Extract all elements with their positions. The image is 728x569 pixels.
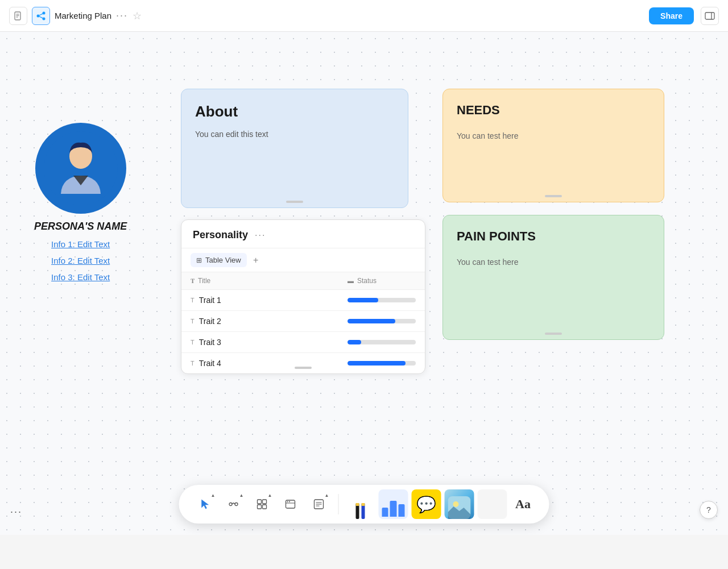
persona-name: PERSONA'S NAME bbox=[34, 221, 127, 232]
text-tool-btn[interactable]: Aa bbox=[511, 492, 536, 517]
row-icon-3: T bbox=[191, 339, 195, 346]
personality-header: Personality ··· bbox=[181, 220, 425, 248]
personality-more-btn[interactable]: ··· bbox=[255, 230, 266, 240]
svg-rect-17 bbox=[258, 505, 262, 509]
select-caret: ▲ bbox=[211, 493, 216, 498]
table-row: T Trait 2 bbox=[181, 311, 425, 332]
svg-point-4 bbox=[37, 14, 40, 17]
row-icon-2: T bbox=[191, 318, 195, 325]
table-row: T Trait 3 bbox=[181, 332, 425, 353]
pain-points-card: PAIN POINTS You can test here bbox=[442, 215, 664, 340]
progress-bg-1 bbox=[348, 298, 416, 302]
notes-tool-btn[interactable]: ▲ bbox=[307, 492, 332, 517]
row-status-1 bbox=[348, 298, 416, 302]
about-card: About You can edit this text bbox=[181, 89, 408, 208]
svg-point-13 bbox=[229, 503, 232, 506]
about-text[interactable]: You can edit this text bbox=[195, 130, 394, 139]
add-tab-btn[interactable]: + bbox=[249, 254, 263, 267]
table-header: 𝐓 Title ▬ Status bbox=[181, 272, 425, 290]
svg-point-14 bbox=[235, 503, 238, 506]
persona-avatar bbox=[35, 123, 126, 214]
needs-title: NEEDS bbox=[457, 103, 650, 118]
svg-point-21 bbox=[287, 501, 288, 502]
svg-line-7 bbox=[39, 14, 43, 15]
image-media-btn[interactable] bbox=[445, 489, 474, 519]
row-title-3: T Trait 3 bbox=[191, 338, 348, 347]
col-status-header: ▬ Status bbox=[348, 277, 416, 285]
grid-media-btn[interactable] bbox=[478, 489, 507, 519]
title-col-label: Title bbox=[198, 277, 210, 285]
row-title-1: T Trait 1 bbox=[191, 296, 348, 305]
row-label-4: Trait 4 bbox=[199, 359, 221, 368]
pain-resize-handle[interactable] bbox=[545, 333, 562, 335]
pencil-media-btn[interactable] bbox=[346, 489, 375, 519]
share-button[interactable]: Share bbox=[649, 7, 694, 24]
about-title: About bbox=[195, 103, 394, 121]
progress-fill-1 bbox=[348, 298, 378, 302]
favorite-btn[interactable]: ☆ bbox=[133, 10, 142, 22]
row-status-4 bbox=[348, 361, 416, 366]
sidebar-toggle-btn[interactable] bbox=[701, 7, 719, 25]
header: Marketing Plan ··· ☆ Share bbox=[0, 0, 728, 32]
persona-info3[interactable]: Info 3: Edit Text bbox=[51, 272, 110, 282]
doc-icon-btn[interactable] bbox=[9, 7, 27, 25]
persona-info1[interactable]: Info 1: Edit Text bbox=[51, 239, 110, 249]
chat-media-btn[interactable]: 💬 bbox=[412, 489, 441, 519]
row-label-2: Trait 2 bbox=[199, 317, 221, 326]
embed-tool-btn[interactable] bbox=[278, 492, 303, 517]
row-label-3: Trait 3 bbox=[199, 338, 221, 347]
personality-card: Personality ··· ⊞ Table View + 𝐓 Title ▬… bbox=[181, 219, 425, 374]
chart-media-btn[interactable] bbox=[379, 489, 408, 519]
notes-caret: ▲ bbox=[325, 493, 329, 498]
pen-caret: ▲ bbox=[239, 493, 244, 498]
persona-section: PERSONA'S NAME Info 1: Edit Text Info 2:… bbox=[34, 123, 127, 282]
svg-rect-15 bbox=[258, 500, 262, 504]
tab-bar: ⊞ Table View + bbox=[181, 248, 425, 272]
pain-title: PAIN POINTS bbox=[457, 229, 650, 244]
table-icon: ⊞ bbox=[196, 256, 202, 264]
progress-bg-2 bbox=[348, 319, 416, 323]
more-btn[interactable]: ... bbox=[10, 504, 22, 516]
pen-tool-btn[interactable]: ▲ bbox=[221, 492, 246, 517]
header-left: Marketing Plan ··· ☆ bbox=[9, 7, 142, 25]
progress-fill-3 bbox=[348, 340, 361, 344]
row-icon-1: T bbox=[191, 297, 195, 304]
col-title-header: 𝐓 Title bbox=[191, 277, 348, 285]
frame-caret: ▲ bbox=[268, 493, 272, 498]
svg-point-28 bbox=[453, 501, 459, 507]
svg-point-22 bbox=[289, 501, 290, 502]
header-title: Marketing Plan bbox=[55, 11, 111, 20]
row-icon-4: T bbox=[191, 360, 195, 367]
progress-bg-3 bbox=[348, 340, 416, 344]
toolbar-divider-1 bbox=[338, 494, 339, 514]
row-status-2 bbox=[348, 319, 416, 323]
progress-fill-4 bbox=[348, 361, 406, 366]
row-label-1: Trait 1 bbox=[199, 296, 221, 305]
toolbar: ▲ ▲ ▲ bbox=[179, 485, 549, 524]
row-title-2: T Trait 2 bbox=[191, 317, 348, 326]
needs-card: NEEDS You can test here bbox=[442, 89, 664, 202]
svg-line-8 bbox=[39, 16, 43, 18]
status-col-label: Status bbox=[357, 277, 377, 285]
table-row: T Trait 4 bbox=[181, 353, 425, 373]
needs-resize-handle[interactable] bbox=[545, 195, 562, 197]
persona-info2[interactable]: Info 2: Edit Text bbox=[51, 256, 110, 265]
svg-rect-9 bbox=[705, 13, 714, 19]
pain-text[interactable]: You can test here bbox=[457, 257, 650, 267]
progress-bg-4 bbox=[348, 361, 416, 366]
row-title-4: T Trait 4 bbox=[191, 359, 348, 368]
about-resize-handle[interactable] bbox=[286, 201, 303, 203]
tab-label: Table View bbox=[205, 256, 241, 264]
select-tool-btn[interactable]: ▲ bbox=[193, 492, 218, 517]
more-options-btn[interactable]: ··· bbox=[116, 10, 128, 22]
table-row: T Trait 1 bbox=[181, 290, 425, 311]
personality-resize-handle[interactable] bbox=[295, 367, 312, 369]
table-view-tab[interactable]: ⊞ Table View bbox=[191, 253, 247, 267]
frame-tool-btn[interactable]: ▲ bbox=[250, 492, 275, 517]
help-btn[interactable]: ? bbox=[700, 501, 718, 519]
needs-text[interactable]: You can test here bbox=[457, 131, 650, 140]
svg-rect-16 bbox=[263, 500, 267, 504]
row-status-3 bbox=[348, 340, 416, 344]
flow-icon-btn[interactable] bbox=[32, 7, 50, 25]
svg-rect-18 bbox=[263, 505, 267, 509]
